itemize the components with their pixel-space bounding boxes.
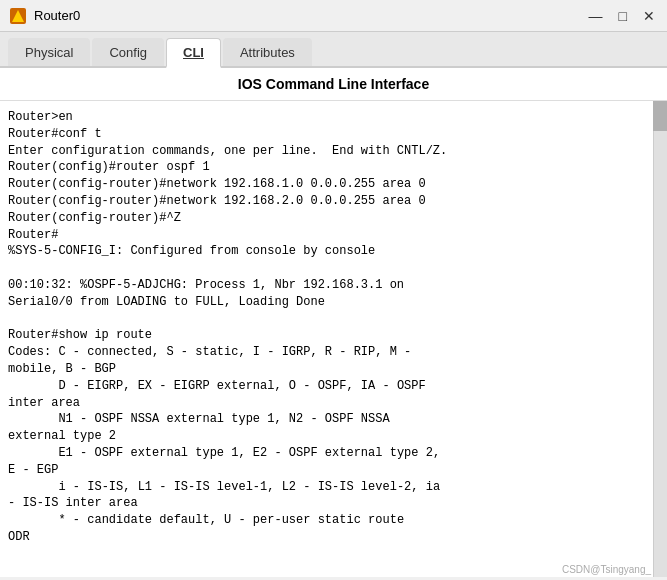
tab-config[interactable]: Config — [92, 38, 164, 66]
tab-bar: Physical Config CLI Attributes — [0, 32, 667, 68]
watermark: CSDN@Tsingyang_ — [562, 564, 651, 575]
title-bar: Router0 — □ ✕ — [0, 0, 667, 32]
window-title: Router0 — [34, 8, 80, 23]
tab-attributes[interactable]: Attributes — [223, 38, 312, 66]
app-icon — [8, 6, 28, 26]
scrollbar-track[interactable] — [653, 101, 667, 577]
tab-physical[interactable]: Physical — [8, 38, 90, 66]
scrollbar-thumb[interactable] — [653, 101, 667, 131]
minimize-button[interactable]: — — [585, 8, 607, 24]
maximize-button[interactable]: □ — [615, 8, 631, 24]
title-bar-left: Router0 — [8, 6, 80, 26]
close-button[interactable]: ✕ — [639, 8, 659, 24]
section-title: IOS Command Line Interface — [0, 68, 667, 101]
cli-output[interactable]: Router>en Router#conf t Enter configurat… — [0, 101, 667, 577]
tab-cli[interactable]: CLI — [166, 38, 221, 68]
cli-container: Router>en Router#conf t Enter configurat… — [0, 101, 667, 577]
title-bar-controls: — □ ✕ — [585, 8, 659, 24]
